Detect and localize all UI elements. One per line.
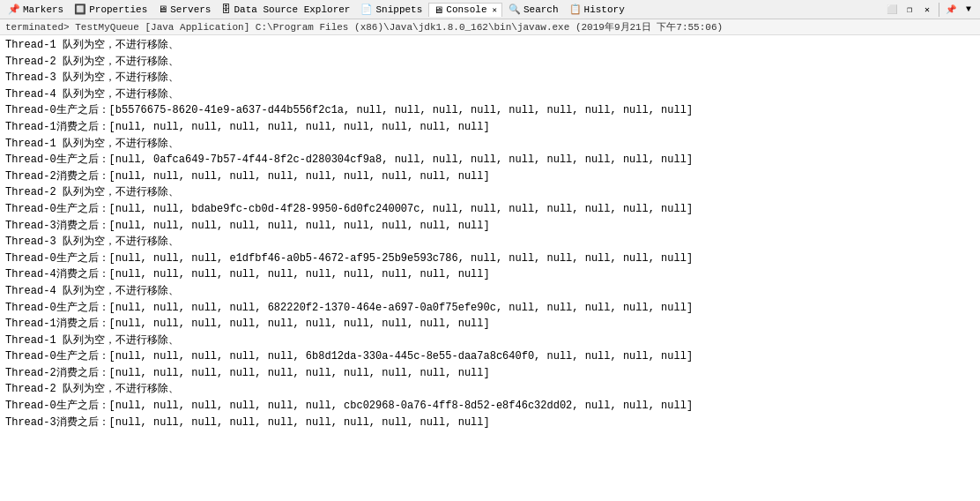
tab-servers[interactable]: 🖥 Servers: [153, 3, 215, 16]
console-line: Thread-4 队列为空，不进行移除、: [5, 86, 975, 103]
tab-search-label: Search: [523, 4, 559, 15]
search-icon: 🔍: [509, 4, 521, 15]
tab-markers-label: Markers: [23, 4, 63, 15]
snippets-icon: 📄: [360, 4, 373, 15]
datasource-icon: 🗄: [221, 4, 231, 15]
view-menu-button[interactable]: ▼: [961, 2, 976, 18]
tab-search[interactable]: 🔍 Search: [504, 3, 563, 16]
console-line: Thread-1 队列为空，不进行移除、: [5, 333, 975, 349]
maximize-button[interactable]: ❐: [902, 2, 917, 18]
console-icon: 🖥: [434, 4, 443, 16]
separator: [939, 3, 939, 17]
status-text: terminated> TestMyQueue [Java Applicatio…: [5, 20, 723, 34]
console-line: Thread-0生产之后：[null, null, null, null, nu…: [5, 398, 975, 415]
tab-snippets-label: Snippets: [375, 4, 422, 15]
tab-snippets[interactable]: 📄 Snippets: [356, 3, 427, 16]
tab-markers[interactable]: 📌 Markers: [4, 3, 68, 16]
console-line: Thread-2消费之后：[null, null, null, null, nu…: [5, 365, 975, 382]
tab-datasource-label: Data Source Explorer: [234, 4, 350, 15]
console-line: Thread-2 队列为空，不进行移除、: [5, 54, 975, 71]
tab-data-source-explorer[interactable]: 🗄 Data Source Explorer: [217, 3, 354, 16]
console-line: Thread-3消费之后：[null, null, null, null, nu…: [5, 218, 975, 235]
console-line: Thread-0生产之后：[b5576675-8620-41e9-a637-d4…: [5, 102, 975, 119]
tab-history[interactable]: 📋 History: [565, 3, 629, 16]
console-line: Thread-4 队列为空，不进行移除、: [5, 283, 975, 300]
tab-console-label: Console: [446, 4, 486, 15]
console-line: Thread-2 队列为空，不进行移除、: [5, 381, 975, 398]
console-line: Thread-0生产之后：[null, null, null, e1dfbf46…: [5, 250, 975, 267]
console-line: Thread-2 队列为空，不进行移除、: [5, 184, 975, 201]
toolbar: 📌 Markers 🔲 Properties 🖥 Servers 🗄 Data …: [0, 0, 980, 19]
console-line: Thread-1消费之后：[null, null, null, null, nu…: [5, 316, 975, 333]
console-line: Thread-4消费之后：[null, null, null, null, nu…: [5, 266, 975, 283]
properties-icon: 🔲: [74, 4, 86, 15]
status-bar: terminated> TestMyQueue [Java Applicatio…: [0, 19, 980, 35]
console-line: Thread-1 队列为空，不进行移除、: [5, 136, 975, 153]
console-line: Thread-0生产之后：[null, null, bdabe9fc-cb0d-…: [5, 201, 975, 218]
pin-button[interactable]: 📌: [943, 2, 959, 18]
console-line: Thread-2消费之后：[null, null, null, null, nu…: [5, 168, 975, 185]
console-line: Thread-0生产之后：[null, 0afca649-7b57-4f44-8…: [5, 152, 975, 168]
console-output: Thread-1 队列为空，不进行移除、Thread-2 队列为空，不进行移除、…: [0, 35, 980, 501]
console-line: Thread-1 队列为空，不进行移除、: [5, 37, 975, 54]
close-button[interactable]: ✕: [919, 2, 935, 18]
console-close-icon[interactable]: ✕: [493, 5, 497, 15]
markers-icon: 📌: [8, 4, 20, 15]
console-line: Thread-1消费之后：[null, null, null, null, nu…: [5, 119, 975, 136]
console-line: Thread-3 队列为空，不进行移除、: [5, 70, 975, 86]
minimize-button[interactable]: ⬜: [884, 2, 900, 18]
toolbar-right-buttons: ⬜ ❐ ✕ 📌 ▼: [884, 2, 976, 18]
console-line: Thread-3 队列为空，不进行移除、: [5, 234, 975, 250]
tab-properties-label: Properties: [89, 4, 147, 15]
console-line: Thread-3消费之后：[null, null, null, null, nu…: [5, 415, 975, 431]
tab-history-label: History: [584, 4, 625, 15]
servers-icon: 🖥: [158, 4, 167, 15]
history-icon: 📋: [569, 4, 582, 15]
tab-servers-label: Servers: [170, 4, 211, 15]
console-line: Thread-0生产之后：[null, null, null, null, 68…: [5, 300, 975, 317]
console-line: Thread-0生产之后：[null, null, null, null, nu…: [5, 348, 975, 365]
tab-properties[interactable]: 🔲 Properties: [70, 3, 152, 16]
tab-console[interactable]: 🖥 Console ✕: [428, 3, 502, 17]
